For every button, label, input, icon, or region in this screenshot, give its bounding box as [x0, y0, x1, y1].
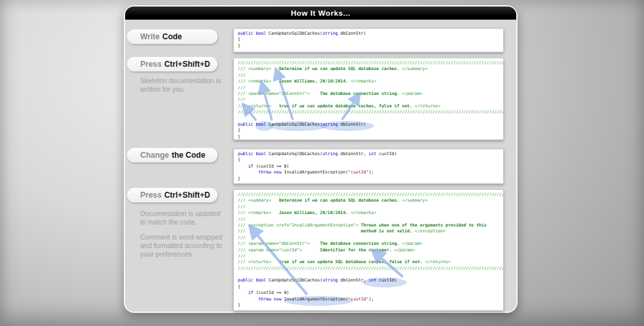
step-label-muted: Write: [140, 32, 160, 41]
step-change-code: Changethe Code: [127, 148, 218, 162]
code-line: /// <remarks> Jason Williams, 20/10/2014…: [238, 79, 499, 84]
step-label-bold: Ctrl+Shift+D: [164, 190, 210, 200]
code-line: ///: [238, 253, 499, 259]
code-box-changed: public bool CanUpdateSqlDbCaches(string …: [233, 149, 504, 184]
code-line: ///: [238, 85, 499, 91]
code-line: ////////////////////////////////////////…: [238, 109, 499, 115]
code-line: ///: [238, 73, 499, 79]
code-line: /// <param name="dbConnStr"> The databas…: [238, 241, 499, 247]
code-line: [238, 116, 499, 122]
code-line: {: [238, 128, 499, 134]
code-line: /// <exception cref="InvalidArgumentExce…: [238, 223, 499, 228]
code-content: ////////////////////////////////////////…: [234, 190, 503, 308]
code-line: /// <returns> true if we can update data…: [238, 103, 499, 109]
code-line: public bool CanUpdateSqlDbCaches(string …: [238, 278, 499, 283]
code-line: {: [238, 284, 499, 290]
code-line: [238, 272, 499, 278]
code-box-initial: public bool CanUpdateSqlDbCaches(string …: [233, 28, 504, 52]
code-line: throw new InvalidArgumentException("cust…: [238, 170, 499, 175]
code-line: ///: [238, 97, 499, 103]
code-line: }: [238, 302, 499, 308]
step-label-bold: Ctrl+Shift+D: [164, 60, 210, 69]
code-line: }: [238, 176, 499, 182]
code-line: /// <summary> Determine if we can update…: [238, 198, 499, 204]
step-press-shortcut-1: PressCtrl+Shift+D: [127, 57, 218, 71]
code-box-updated-doc: ////////////////////////////////////////…: [233, 189, 504, 311]
panel-title: How It Works...: [125, 7, 516, 20]
step-label-muted: Change: [140, 151, 169, 160]
code-line: throw new InvalidArgumentException("cust…: [238, 297, 499, 302]
step-description: Comment is word-wrapped and formatted ac…: [140, 233, 227, 259]
code-line: public bool CanUpdateSqlDbCaches(string …: [238, 151, 499, 157]
code-line: ////////////////////////////////////////…: [238, 192, 499, 198]
code-line: /// <param name="custId"> Identifier for…: [238, 247, 499, 253]
page: { "header": { "title": "How It Works..."…: [0, 0, 644, 326]
code-line: if (custId <= 0): [238, 290, 499, 296]
code-line: public bool CanUpdateSqlDbCaches(string …: [238, 122, 499, 128]
step-label-bold: Code: [162, 32, 182, 41]
step-label-bold: the Code: [172, 151, 205, 160]
step-description: Skeleton documentation is written for yo…: [140, 77, 227, 94]
step-press-shortcut-2: PressCtrl+Shift+D: [127, 188, 218, 202]
step-write-code: WriteCode: [127, 29, 218, 44]
code-content: public bool CanUpdateSqlDbCaches(string …: [234, 149, 503, 182]
code-line: /// method is not valid. </exception>: [238, 228, 499, 234]
step-label-muted: Press: [140, 60, 162, 69]
code-content: public bool CanUpdateSqlDbCaches(string …: [234, 29, 503, 49]
code-line: ///: [238, 217, 499, 223]
code-line: /// <returns> true if we can update SQL …: [238, 259, 499, 265]
code-line: {: [238, 37, 499, 43]
code-line: }: [238, 43, 499, 49]
code-line: ////////////////////////////////////////…: [238, 266, 499, 272]
code-box-skeleton-doc: ////////////////////////////////////////…: [233, 58, 504, 140]
code-line: public bool CanUpdateSqlDbCaches(string …: [238, 31, 499, 37]
code-content: ////////////////////////////////////////…: [234, 58, 503, 140]
code-line: ///: [238, 235, 499, 241]
code-line: }: [238, 134, 499, 140]
code-line: /// <param name="dbConnStr"> The databas…: [238, 91, 499, 97]
code-line: {: [238, 157, 499, 163]
code-line: ////////////////////////////////////////…: [238, 60, 499, 66]
code-line: /// <summary> Determine if we can update…: [238, 66, 499, 72]
step-description: Documentation is updated to match the co…: [140, 209, 227, 226]
code-line: ///: [238, 204, 499, 210]
code-line: if (custId <= 0): [238, 164, 499, 170]
step-label-muted: Press: [140, 190, 162, 200]
code-line: /// <remarks> Jason Williams, 20/10/2014…: [238, 210, 499, 216]
